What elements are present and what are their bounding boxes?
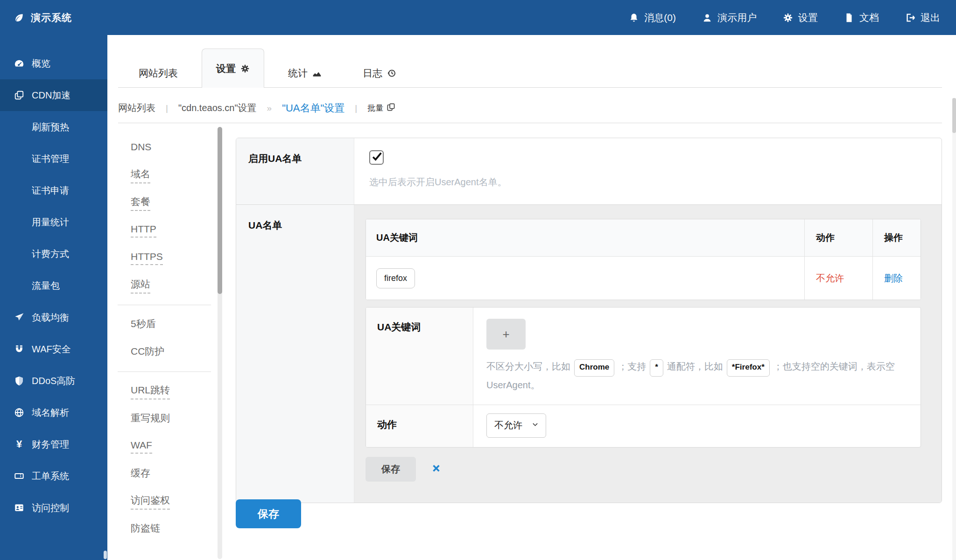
sidebar-item-cert-apply[interactable]: 证书申请 — [0, 175, 107, 206]
ua-keyword-table: UA关键词 动作 操作 firefox 不允许 删除 — [366, 219, 921, 300]
sidebar-item-billing-method[interactable]: 计费方式 — [0, 238, 107, 270]
sidebar-item-cert-manage[interactable]: 证书管理 — [0, 143, 107, 175]
batch-button[interactable]: 批量 — [367, 103, 395, 114]
help-chip-chrome: Chrome — [574, 359, 614, 377]
save-button[interactable]: 保存 — [236, 499, 301, 528]
page-scrollbar[interactable] — [952, 98, 956, 560]
settings-nav-item-domain[interactable]: 域名 — [118, 161, 211, 189]
sidebar-item-ddos[interactable]: DDoS高防 — [0, 365, 107, 397]
sidebar-item-overview[interactable]: 概览 — [0, 48, 107, 79]
sidebar-item-refresh-preheat[interactable]: 刷新预热 — [0, 111, 107, 143]
tab-stats[interactable]: 统计 — [271, 59, 339, 87]
settings-nav-scrollbar-thumb[interactable] — [218, 127, 222, 294]
header-action: 动作 — [804, 219, 872, 256]
document-icon — [844, 13, 854, 23]
editor-save-row: 保存 — [366, 457, 921, 482]
sidebar-item-usage-stats[interactable]: 用量统计 — [0, 206, 107, 238]
sidebar-item-tickets[interactable]: 工单系统 — [0, 460, 107, 492]
settings-nav-item-url-redirect[interactable]: URL跳转 — [118, 378, 211, 405]
settings-nav-item-auth[interactable]: 访问鉴权 — [118, 488, 211, 515]
sidebar-item-label: 用量统计 — [32, 216, 69, 229]
settings-nav-item-waf[interactable]: WAF — [118, 433, 211, 460]
editor-keyword-content: + 不区分大小写，比如Chrome；支持*通配符，比如*Firefox*；也支持… — [473, 308, 921, 405]
sidebar-item-label: 财务管理 — [32, 438, 69, 451]
table-header-row: UA关键词 动作 操作 — [366, 219, 921, 257]
header-keyword: UA关键词 — [366, 219, 804, 256]
settings-nav-scrollbar[interactable] — [218, 127, 222, 559]
sidebar-item-cdn[interactable]: CDN加速 — [0, 79, 107, 111]
settings-nav-item-dns[interactable]: DNS — [118, 134, 211, 161]
settings-nav-item-cc[interactable]: CC防护 — [118, 338, 211, 366]
page-scrollbar-thumb[interactable] — [952, 98, 956, 133]
settings-nav-item-cache[interactable]: 缓存 — [118, 460, 211, 488]
action-select[interactable]: 不允许 — [486, 413, 546, 438]
shield-icon — [13, 376, 25, 386]
enable-ua-checkbox[interactable] — [369, 150, 384, 165]
form-row-ua-list: UA名单 UA关键词 动作 操作 firefox 不允许 — [236, 204, 942, 503]
user-label: 演示用户 — [717, 11, 757, 24]
settings-nav-item-http[interactable]: HTTP — [118, 217, 211, 244]
sidebar-item-label: 流量包 — [32, 280, 60, 292]
tab-bar: 网站列表 设置 统计 日志 — [118, 49, 942, 88]
enable-ua-list-content: 选中后表示开启UserAgent名单。 — [354, 138, 942, 204]
editor-action-label: 动作 — [366, 405, 473, 447]
help-text: 不区分大小写，比如 — [486, 361, 570, 371]
keyword-cell: firefox — [366, 257, 804, 300]
ua-list-content: UA关键词 动作 操作 firefox 不允许 删除 — [354, 205, 942, 503]
sidebar-item-finance[interactable]: ¥ 财务管理 — [0, 428, 107, 460]
tab-logs[interactable]: 日志 — [345, 59, 414, 87]
settings-nav-item-rewrite[interactable]: 重写规则 — [118, 405, 211, 433]
sidebar-scrollbar-thumb[interactable] — [104, 551, 107, 559]
delete-link[interactable]: 删除 — [884, 272, 903, 285]
action-value: 不允许 — [816, 272, 844, 285]
settings-nav-item-https[interactable]: HTTPS — [118, 244, 211, 272]
sidebar-item-label: WAF安全 — [32, 343, 71, 356]
keyword-tag: firefox — [376, 268, 415, 288]
settings-nav-item-5s-shield[interactable]: 5秒盾 — [118, 311, 211, 338]
messages-button[interactable]: 消息(0) — [629, 11, 676, 24]
operation-cell: 删除 — [872, 257, 921, 300]
logout-button[interactable]: 退出 — [905, 11, 940, 24]
sidebar-item-waf-security[interactable]: WAF安全 — [0, 333, 107, 365]
sidebar-item-label: 证书申请 — [32, 184, 69, 197]
tab-settings[interactable]: 设置 — [202, 49, 264, 88]
user-menu[interactable]: 演示用户 — [702, 11, 757, 24]
sidebar-item-access-control[interactable]: 访问控制 — [0, 492, 107, 524]
nav-divider — [118, 305, 211, 305]
breadcrumb-site-list[interactable]: 网站列表 — [118, 102, 155, 114]
editor-action-content: 不允许 — [473, 405, 921, 447]
settings-nav-item-plan[interactable]: 套餐 — [118, 189, 211, 217]
enable-ua-help: 选中后表示开启UserAgent名单。 — [369, 176, 942, 189]
yen-icon: ¥ — [13, 439, 25, 449]
add-keyword-button[interactable]: + — [486, 319, 526, 350]
settings-nav-item-origin[interactable]: 源站 — [118, 272, 211, 299]
messages-label: 消息(0) — [644, 11, 676, 24]
sidebar-item-label: 证书管理 — [32, 153, 69, 165]
sidebar-item-traffic-package[interactable]: 流量包 — [0, 270, 107, 301]
breadcrumb-current[interactable]: "UA名单"设置 — [282, 101, 344, 115]
ua-list-label: UA名单 — [236, 205, 354, 503]
sidebar-item-label: 工单系统 — [32, 470, 69, 483]
sidebar-item-label: 计费方式 — [32, 248, 69, 260]
sidebar-item-label: DDoS高防 — [32, 375, 75, 387]
sidebar-item-load-balancer[interactable]: 负载均衡 — [0, 301, 107, 333]
topbar-menu: 消息(0) 演示用户 设置 文档 退出 — [629, 11, 956, 24]
history-icon — [387, 69, 396, 78]
ua-list-form: 启用UA名单 选中后表示开启UserAgent名单。 UA名单 UA关键词 动作… — [236, 138, 942, 503]
sidebar: 概览 CDN加速 刷新预热 证书管理 证书申请 用量统计 计费方式 流量包 负载… — [0, 35, 107, 560]
sign-out-icon — [905, 13, 915, 23]
breadcrumb-site-settings[interactable]: "cdn.teaos.cn"设置 — [178, 102, 257, 114]
tab-site-list[interactable]: 网站列表 — [121, 59, 195, 87]
help-chip-firefox: *Firefox* — [727, 359, 770, 377]
settings-nav-item-hotlink[interactable]: 防盗链 — [118, 515, 211, 543]
keyword-editor: UA关键词 + 不区分大小写，比如Chrome；支持*通配符，比如*Firefo… — [366, 307, 921, 448]
docs-button[interactable]: 文档 — [844, 11, 879, 24]
settings-button[interactable]: 设置 — [783, 11, 818, 24]
close-icon[interactable] — [432, 464, 441, 475]
sidebar-item-label: 刷新预热 — [32, 121, 69, 133]
sidebar-item-dns-resolve[interactable]: 域名解析 — [0, 397, 107, 428]
help-chip-wildcard: * — [650, 359, 663, 377]
keyword-help: 不区分大小写，比如Chrome；支持*通配符，比如*Firefox*；也支持空的… — [486, 358, 907, 393]
brand[interactable]: 演示系统 — [0, 11, 72, 24]
editor-save-button[interactable]: 保存 — [366, 457, 416, 482]
